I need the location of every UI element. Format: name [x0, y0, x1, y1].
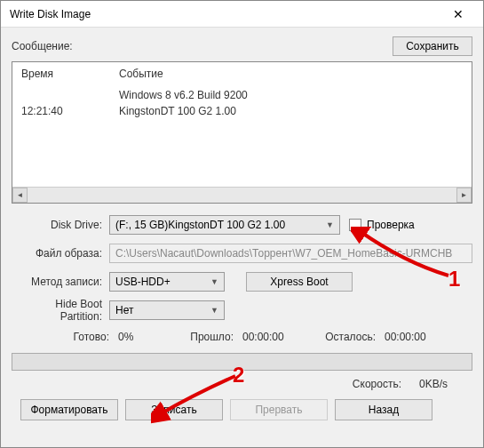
scroll-right-icon[interactable]: ►: [456, 188, 472, 203]
speed-value: 0KB/s: [419, 378, 472, 390]
log-row: Windows 8 v6.2 Build 9200: [21, 87, 463, 103]
write-method-label: Метод записи:: [12, 276, 109, 288]
remain-label: Осталось:: [313, 331, 376, 343]
verify-label: Проверка: [367, 219, 415, 231]
write-method-dropdown[interactable]: USB-HDD+ ▼: [109, 272, 225, 292]
hide-boot-label: Hide Boot Partition:: [12, 298, 109, 323]
horizontal-scrollbar[interactable]: ◄ ►: [12, 187, 472, 203]
speed-label: Скорость:: [353, 378, 401, 390]
chevron-down-icon: ▼: [326, 220, 334, 229]
disk-drive-label: Disk Drive:: [12, 219, 109, 231]
image-file-field: C:\Users\Nacaut\Downloads\Торрент\W7_OEM…: [109, 244, 472, 263]
log-header-time: Время: [21, 68, 119, 80]
disk-drive-dropdown[interactable]: (F:, 15 GB)KingstonDT 100 G2 1.00 ▼: [109, 215, 340, 235]
scroll-track[interactable]: [28, 188, 456, 203]
log-header-event: Событие: [119, 68, 463, 80]
ready-label: Готово:: [12, 331, 109, 343]
chevron-down-icon: ▼: [210, 277, 218, 286]
progress-bar: [12, 353, 472, 371]
scroll-left-icon[interactable]: ◄: [12, 188, 28, 203]
log-panel: Время Событие Windows 8 v6.2 Build 9200 …: [12, 61, 472, 204]
back-button[interactable]: Назад: [335, 399, 432, 420]
close-button[interactable]: ✕: [440, 2, 476, 27]
log-row: 12:21:40 KingstonDT 100 G2 1.00: [21, 103, 463, 119]
elapsed-label: Прошло:: [171, 331, 234, 343]
ready-value: 0%: [118, 331, 171, 343]
verify-checkbox[interactable]: [349, 219, 361, 231]
chevron-down-icon: ▼: [210, 306, 218, 315]
write-button[interactable]: Записать: [125, 399, 223, 420]
hide-boot-dropdown[interactable]: Нет ▼: [109, 300, 225, 320]
image-file-label: Файл образа:: [12, 247, 109, 260]
xpress-boot-button[interactable]: Xpress Boot: [246, 272, 353, 292]
save-button[interactable]: Сохранить: [393, 36, 472, 56]
dialog-window: Write Disk Image ✕ Сообщение: Сохранить …: [0, 0, 484, 448]
content-area: Сообщение: Сохранить Время Событие Windo…: [1, 28, 483, 447]
remain-value: 00:00:00: [385, 331, 426, 343]
title-bar: Write Disk Image ✕: [1, 1, 483, 28]
message-label: Сообщение:: [12, 40, 393, 52]
format-button[interactable]: Форматировать: [20, 399, 118, 420]
window-title: Write Disk Image: [10, 8, 91, 20]
elapsed-value: 00:00:00: [242, 331, 313, 343]
abort-button: Прервать: [230, 399, 328, 420]
